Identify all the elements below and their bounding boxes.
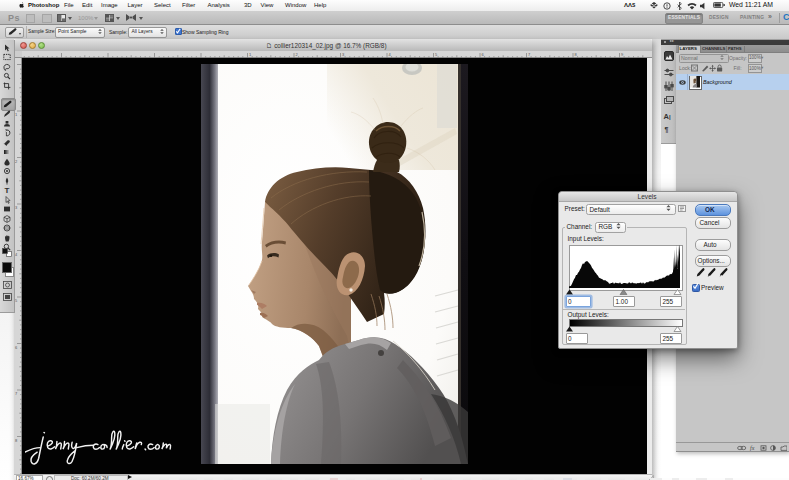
svg-text:fx: fx (750, 445, 755, 451)
svg-text:T: T (5, 186, 10, 194)
